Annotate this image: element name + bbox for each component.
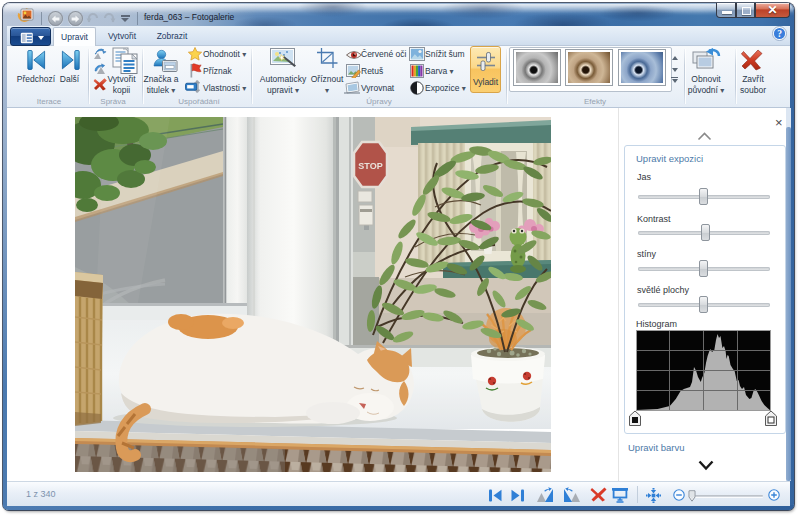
svg-text:?: ? (777, 29, 782, 39)
